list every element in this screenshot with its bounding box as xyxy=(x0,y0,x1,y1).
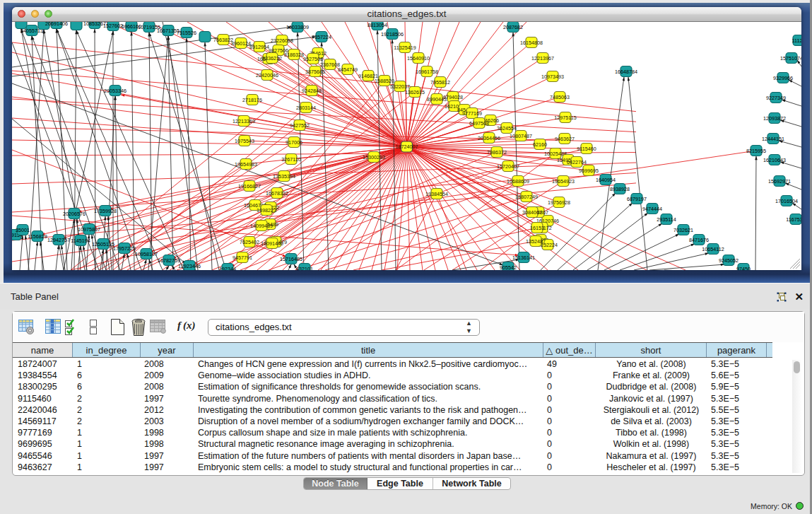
svg-text:9242848: 9242848 xyxy=(302,88,322,94)
svg-text:12444151: 12444151 xyxy=(762,136,784,142)
svg-text:29053346: 29053346 xyxy=(104,88,126,94)
svg-text:8186328: 8186328 xyxy=(284,52,304,58)
svg-text:6794028: 6794028 xyxy=(443,94,463,100)
svg-text:17957223: 17957223 xyxy=(113,245,136,252)
svg-text:9329966: 9329966 xyxy=(773,75,793,81)
svg-text:9115460: 9115460 xyxy=(577,146,596,152)
svg-text:16961758: 16961758 xyxy=(416,69,438,75)
svg-text:7515526: 7515526 xyxy=(177,30,196,36)
svg-text:20206576: 20206576 xyxy=(63,211,86,217)
svg-text:19654923: 19654923 xyxy=(552,178,575,185)
svg-text:19654983: 19654983 xyxy=(235,161,257,168)
svg-text:19384554: 19384554 xyxy=(425,191,448,197)
svg-text:10975867: 10975867 xyxy=(78,226,100,233)
svg-text:9474444: 9474444 xyxy=(642,206,662,212)
svg-text:22420046: 22420046 xyxy=(256,72,278,78)
svg-text:18724007: 18724007 xyxy=(396,144,418,150)
svg-text:16154808: 16154808 xyxy=(520,40,543,46)
svg-text:2087682: 2087682 xyxy=(503,24,523,30)
svg-text:2718176: 2718176 xyxy=(242,97,262,103)
svg-text:432101: 432101 xyxy=(296,266,313,271)
svg-text:97450: 97450 xyxy=(736,266,751,271)
svg-text:1145194: 1145194 xyxy=(71,238,90,244)
svg-text:1167533: 1167533 xyxy=(786,216,801,223)
svg-text:15136141: 15136141 xyxy=(512,255,535,261)
svg-text:7955812: 7955812 xyxy=(430,79,450,86)
svg-text:15751074: 15751074 xyxy=(780,55,801,62)
svg-text:10958107: 10958107 xyxy=(135,251,158,257)
svg-text:8960124: 8960124 xyxy=(231,40,251,47)
svg-text:16782759: 16782759 xyxy=(158,257,180,264)
svg-text:19756928: 19756928 xyxy=(548,199,570,206)
svg-text:1640954: 1640954 xyxy=(596,177,616,183)
svg-text:12213369: 12213369 xyxy=(233,118,255,124)
svg-text:10688609: 10688609 xyxy=(507,178,529,185)
svg-text:8454749: 8454749 xyxy=(338,66,358,73)
svg-text:8471676: 8471676 xyxy=(689,237,709,243)
svg-text:3267110: 3267110 xyxy=(281,156,300,163)
svg-text:2935114: 2935114 xyxy=(657,216,676,223)
svg-text:16033809: 16033809 xyxy=(286,24,309,30)
svg-text:12505135: 12505135 xyxy=(92,241,114,247)
svg-text:9245052: 9245052 xyxy=(719,257,739,264)
svg-text:13535394: 13535394 xyxy=(273,173,295,180)
svg-text:12093872: 12093872 xyxy=(763,115,786,122)
svg-text:19218506: 19218506 xyxy=(381,31,404,37)
svg-text:905542: 905542 xyxy=(500,264,517,271)
svg-text:16210643: 16210643 xyxy=(763,157,786,163)
svg-text:62160: 62160 xyxy=(533,141,547,148)
svg-text:11123: 11123 xyxy=(792,37,801,44)
svg-text:17359928: 17359928 xyxy=(94,208,117,214)
svg-text:3624554: 3624554 xyxy=(497,125,517,132)
svg-text:1498223: 1498223 xyxy=(257,207,276,214)
svg-text:9457791: 9457791 xyxy=(233,255,252,261)
svg-text:12942757: 12942757 xyxy=(47,237,70,243)
svg-text:192344: 192344 xyxy=(219,266,236,271)
svg-text:6497508: 6497508 xyxy=(469,120,489,127)
svg-text:15300293: 15300293 xyxy=(363,154,385,160)
svg-text:15692971: 15692971 xyxy=(768,178,791,185)
svg-text:12923446: 12923446 xyxy=(178,263,201,269)
svg-text:11325419: 11325419 xyxy=(394,45,416,51)
svg-text:10807487: 10807487 xyxy=(510,133,532,139)
svg-text:9227349: 9227349 xyxy=(766,95,786,101)
svg-text:16648784: 16648784 xyxy=(615,69,637,75)
svg-text:7032621: 7032621 xyxy=(673,227,693,233)
svg-text:35001: 35001 xyxy=(16,227,30,233)
svg-text:9463627: 9463627 xyxy=(555,136,575,142)
svg-text:14099489: 14099489 xyxy=(250,223,273,229)
svg-text:3875685: 3875685 xyxy=(305,69,325,75)
svg-text:8912954: 8912954 xyxy=(249,44,269,50)
svg-text:12213967: 12213967 xyxy=(531,55,554,62)
svg-text:9427552: 9427552 xyxy=(290,122,310,129)
svg-text:6422764: 6422764 xyxy=(567,159,587,165)
svg-text:16678332: 16678332 xyxy=(266,190,288,197)
svg-text:8215955: 8215955 xyxy=(746,148,766,154)
svg-text:15716485: 15716485 xyxy=(280,256,302,262)
svg-text:7663822: 7663822 xyxy=(213,37,233,43)
svg-text:7625402: 7625402 xyxy=(240,239,259,245)
svg-text:18807249: 18807249 xyxy=(515,194,538,200)
svg-text:17016504: 17016504 xyxy=(775,198,798,204)
svg-text:15720407: 15720407 xyxy=(497,163,519,170)
svg-text:3084067: 3084067 xyxy=(522,209,542,216)
svg-text:23226058: 23226058 xyxy=(271,37,293,44)
svg-text:1362615: 1362615 xyxy=(405,89,425,95)
svg-text:917006: 917006 xyxy=(286,139,302,146)
svg-text:7357224: 7357224 xyxy=(312,34,331,40)
svg-text:10654112: 10654112 xyxy=(702,246,724,252)
svg-text:8813054: 8813054 xyxy=(367,22,387,28)
svg-text:9777169: 9777169 xyxy=(462,110,482,117)
svg-text:1156829: 1156829 xyxy=(28,233,47,240)
svg-text:7986372: 7986372 xyxy=(487,149,507,156)
svg-text:2803144: 2803144 xyxy=(296,105,316,111)
svg-text:1075543: 1075543 xyxy=(235,138,254,144)
svg-text:15640910: 15640910 xyxy=(407,55,430,62)
svg-text:9699695: 9699695 xyxy=(579,168,599,174)
svg-text:7485063: 7485063 xyxy=(550,94,570,100)
svg-text:12975115: 12975115 xyxy=(554,115,576,121)
svg-text:16153: 16153 xyxy=(530,225,544,231)
svg-text:20364456: 20364456 xyxy=(478,135,500,141)
svg-text:20691406: 20691406 xyxy=(45,22,68,27)
svg-text:1352487: 1352487 xyxy=(526,238,546,245)
